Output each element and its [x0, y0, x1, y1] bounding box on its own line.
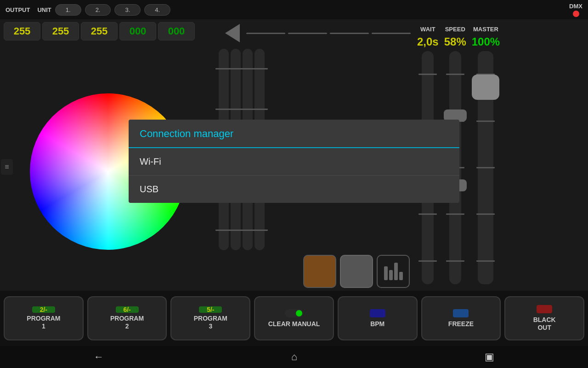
unit-label: UNIT — [37, 6, 51, 13]
overlay-header: Connection manager — [129, 120, 459, 148]
ch2-value: 255 — [42, 22, 79, 40]
back-nav-icon[interactable]: ← — [94, 351, 104, 363]
blackout-indicator — [537, 305, 552, 313]
wait-value: 2,0s — [417, 35, 439, 48]
bpm-indicator — [370, 309, 385, 317]
usb-item[interactable]: USB — [129, 176, 459, 203]
blackout-btn[interactable]: BLACKOUT — [504, 296, 584, 340]
home-nav-icon[interactable]: ⌂ — [291, 351, 297, 363]
clear-manual-btn[interactable]: CLEAR MANUAL — [254, 296, 334, 340]
clear-manual-label: CLEAR MANUAL — [268, 320, 320, 328]
connection-manager-overlay: Connection manager Wi-Fi USB — [129, 120, 459, 203]
master-col: MASTER 100% — [470, 23, 502, 287]
unit-btn-4[interactable]: 4. — [144, 4, 170, 16]
bpm-label: BPM — [370, 320, 384, 328]
speed-value: 58% — [444, 35, 466, 48]
app-wrapper: OUTPUT UNIT 1. 2. 3. 4. DMX 255 255 255 … — [0, 0, 588, 368]
unit-btn-1[interactable]: 1. — [55, 4, 81, 16]
program1-btn[interactable]: 2/- PROGRAM1 — [4, 296, 84, 340]
freeze-label: FREEZE — [448, 320, 474, 328]
program3-btn[interactable]: 5/- PROGRAM3 — [170, 296, 250, 340]
nav-bar: ← ⌂ ▣ — [0, 346, 588, 368]
bottom-bar: 2/- PROGRAM1 6/- PROGRAM2 5/- PROGRAM3 C… — [0, 291, 588, 346]
program2-btn[interactable]: 6/- PROGRAM2 — [87, 296, 167, 340]
prog3-number: 5/- — [207, 306, 214, 313]
prog3-indicator: 5/- — [199, 306, 222, 313]
output-label: OUTPUT — [6, 6, 30, 13]
prog1-number: 2/- — [40, 306, 47, 313]
prog3-label: PROGRAM3 — [194, 315, 227, 330]
unit-btn-3[interactable]: 3. — [114, 4, 141, 16]
ch5-value: 000 — [158, 22, 195, 40]
dmx-label: DMX — [569, 3, 582, 10]
prog2-indicator: 6/- — [116, 306, 139, 313]
preset-btn-dmx[interactable] — [377, 255, 410, 288]
preset-btn-1[interactable] — [303, 255, 336, 288]
top-bar: OUTPUT UNIT 1. 2. 3. 4. DMX — [0, 0, 588, 19]
prog1-label: PROGRAM1 — [27, 315, 60, 330]
unit-btn-2[interactable]: 2. — [85, 4, 111, 16]
dmx-status-dot — [573, 11, 579, 17]
ch1-value: 255 — [4, 22, 40, 40]
prog1-indicator: 2/- — [32, 306, 55, 313]
master-slider[interactable] — [478, 51, 493, 284]
freeze-btn[interactable]: FREEZE — [421, 296, 501, 340]
play-back-icon[interactable] — [225, 24, 240, 42]
ch3-value: 255 — [81, 22, 118, 40]
bpm-btn[interactable]: BPM — [338, 296, 418, 340]
blackout-label: BLACKOUT — [533, 316, 556, 332]
ch4-value: 000 — [119, 22, 156, 40]
wifi-item[interactable]: Wi-Fi — [129, 148, 459, 176]
preset-btn-2[interactable] — [340, 255, 373, 288]
dmx-area: DMX — [569, 3, 582, 17]
master-thumb[interactable] — [472, 75, 499, 100]
master-label: MASTER — [473, 26, 498, 33]
connection-manager-title: Connection manager — [140, 128, 233, 139]
prog2-number: 6/- — [123, 306, 130, 313]
prog2-label: PROGRAM2 — [110, 315, 144, 330]
recent-nav-icon[interactable]: ▣ — [485, 351, 494, 363]
speed-label: SPEED — [445, 26, 465, 33]
wait-label: WAIT — [420, 26, 435, 33]
value-row: 255 255 255 000 000 — [0, 19, 216, 43]
clear-manual-toggle — [285, 309, 303, 317]
side-menu-icon[interactable]: ≡ — [1, 159, 13, 175]
freeze-indicator — [453, 309, 469, 317]
master-value: 100% — [472, 35, 500, 48]
